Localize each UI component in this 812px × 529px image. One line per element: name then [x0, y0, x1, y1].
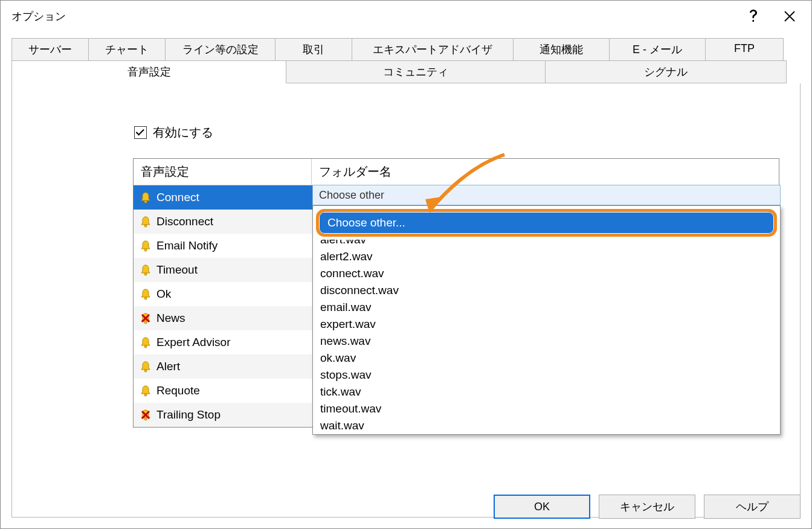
tab-server[interactable]: サーバー	[11, 38, 89, 61]
help-icon[interactable]	[735, 4, 772, 28]
button-row: OK キャンセル ヘルプ	[494, 495, 801, 519]
tabs-row-1: サーバー チャート ライン等の設定 取引 エキスパートアドバイザ 通知機能 E …	[11, 38, 801, 61]
svg-point-1	[144, 225, 147, 227]
checkmark-icon	[136, 127, 144, 135]
window-title: オプション	[11, 9, 735, 24]
tab-trade[interactable]: 取引	[275, 38, 352, 61]
event-label: Trailing Stop	[156, 408, 221, 422]
event-label: Timeout	[156, 263, 198, 277]
dropdown-item[interactable]: wait.wav	[313, 417, 780, 434]
svg-point-7	[144, 370, 147, 372]
dropdown-item[interactable]: tick.wav	[313, 383, 780, 400]
event-label: Ok	[156, 287, 171, 301]
svg-point-6	[144, 345, 147, 348]
dropdown-highlight: Choose other...	[316, 209, 777, 237]
dropdown-item[interactable]: ok.wav	[313, 350, 780, 367]
bell-icon	[140, 240, 152, 252]
event-label: Expert Advisor	[156, 336, 231, 349]
bell-icon	[140, 336, 152, 348]
dropdown-item[interactable]: timeout.wav	[313, 400, 780, 417]
bell-icon	[140, 361, 152, 373]
folder-combo-field[interactable]: Choose other	[312, 185, 781, 205]
tab-chart[interactable]: チャート	[88, 38, 166, 61]
cancel-button[interactable]: キャンセル	[599, 495, 695, 519]
dropdown-item[interactable]: disconnect.wav	[313, 282, 780, 299]
event-label: Alert	[156, 360, 180, 373]
combo-display-text: Choose other	[319, 189, 384, 202]
close-icon[interactable]	[772, 4, 808, 28]
tab-email[interactable]: E - メール	[609, 38, 706, 61]
svg-point-5	[144, 321, 147, 324]
bell-off-icon	[140, 312, 152, 324]
svg-point-9	[144, 418, 147, 420]
bell-icon	[140, 264, 152, 276]
bell-off-icon	[140, 409, 152, 421]
col-folder-name[interactable]: フォルダー名	[312, 159, 779, 185]
dropdown-item[interactable]: connect.wav	[313, 265, 780, 282]
bell-icon	[140, 191, 152, 204]
tab-sound-settings[interactable]: 音声設定	[11, 60, 286, 83]
tab-signal[interactable]: シグナル	[545, 60, 787, 83]
event-label: Requote	[156, 384, 200, 397]
dropdown-item[interactable]: alert2.wav	[313, 248, 780, 265]
dropdown-item[interactable]: news.wav	[313, 333, 780, 350]
tab-notifications[interactable]: 通知機能	[513, 38, 610, 61]
svg-point-3	[144, 273, 147, 275]
tab-panel-sound: 有効にする 音声設定 フォルダー名 ConnectDisconnectEmail…	[11, 83, 801, 518]
dropdown-item[interactable]: expert.wav	[313, 316, 780, 333]
ok-button[interactable]: OK	[494, 495, 590, 519]
svg-point-4	[144, 297, 147, 300]
svg-point-0	[144, 200, 147, 203]
bell-icon	[140, 288, 152, 300]
event-label: Connect	[156, 191, 199, 204]
tab-expert-advisor[interactable]: エキスパートアドバイザ	[352, 38, 514, 61]
folder-dropdown[interactable]: Choose other... alert.wav alert2.wavconn…	[312, 205, 781, 435]
dropdown-item-choose-other[interactable]: Choose other...	[313, 206, 780, 240]
table-head: 音声設定 フォルダー名	[134, 159, 779, 185]
options-dialog: オプション サーバー チャート ライン等の設定 取引 エキスパートアドバイザ 通…	[0, 0, 812, 529]
dropdown-item[interactable]: email.wav	[313, 299, 780, 316]
svg-point-8	[144, 394, 147, 396]
tab-ftp[interactable]: FTP	[705, 38, 784, 61]
tab-line-settings[interactable]: ライン等の設定	[165, 38, 276, 61]
tab-community[interactable]: コミュニティ	[286, 60, 546, 83]
enable-label: 有効にする	[153, 124, 213, 141]
bell-icon	[140, 385, 152, 397]
svg-point-2	[144, 249, 147, 251]
help-button[interactable]: ヘルプ	[704, 495, 801, 519]
enable-row: 有効にする	[134, 124, 800, 141]
event-label: News	[156, 312, 185, 325]
event-label: Disconnect	[156, 215, 213, 228]
dropdown-item-cut[interactable]: alert.wav	[313, 240, 780, 248]
tabs-row-2: 音声設定 コミュニティ シグナル	[11, 60, 801, 83]
bell-icon	[140, 216, 152, 228]
col-sound-setting[interactable]: 音声設定	[134, 159, 312, 185]
dialog-body: サーバー チャート ライン等の設定 取引 エキスパートアドバイザ 通知機能 E …	[11, 38, 801, 518]
titlebar: オプション	[1, 1, 811, 32]
dropdown-item[interactable]: stops.wav	[313, 367, 780, 383]
event-label: Email Notify	[156, 239, 218, 252]
enable-checkbox[interactable]	[134, 126, 147, 139]
